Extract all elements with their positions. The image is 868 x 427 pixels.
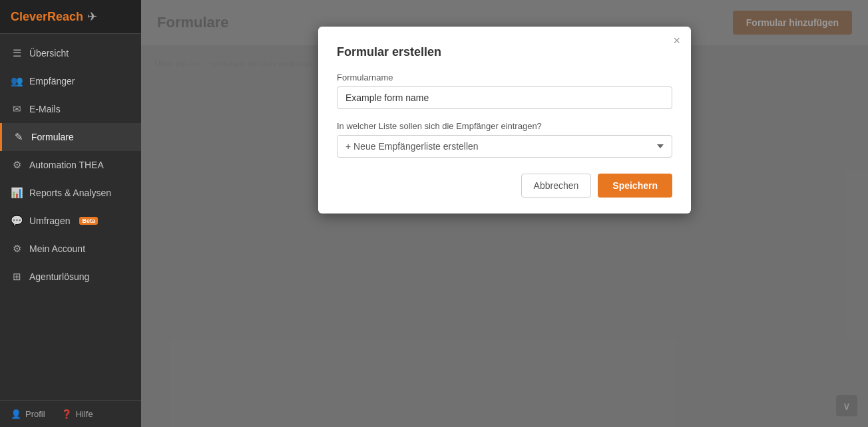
cancel-button[interactable]: Abbrechen (521, 174, 592, 198)
help-label: Hilfe (76, 409, 93, 419)
sidebar-item-label: Reports & Analysen (29, 188, 111, 198)
sidebar-item-label: Mein Account (29, 243, 85, 254)
main-content: Formulare Formular hinzufügen Über ein A… (141, 0, 868, 427)
modal-close-button[interactable]: × (673, 35, 680, 47)
sidebar-nav: ☰ Übersicht 👥 Empfänger ✉ E-Mails ✎ Form… (0, 34, 141, 400)
help-link[interactable]: ❓ Hilfe (61, 409, 93, 419)
email-icon: ✉ (11, 103, 23, 115)
profile-link[interactable]: 👤 Profil (11, 409, 45, 419)
sidebar-item-emails[interactable]: ✉ E-Mails (0, 95, 141, 123)
logo-text: CleverReach (11, 10, 83, 24)
sidebar-item-label: Umfragen (29, 215, 70, 226)
sidebar-item-label: E-Mails (29, 104, 61, 114)
logo-bird-icon: ✈ (87, 9, 97, 24)
sidebar: CleverReach ✈ ☰ Übersicht 👥 Empfänger ✉ … (0, 0, 141, 427)
list-select[interactable]: + Neue Empfängerliste erstellen (337, 135, 672, 158)
sidebar-logo: CleverReach ✈ (0, 0, 141, 34)
logo-clever: Clever (11, 10, 47, 23)
recipients-icon: 👥 (11, 75, 23, 87)
forms-icon: ✎ (13, 131, 25, 143)
sidebar-footer: 👤 Profil ❓ Hilfe (0, 400, 141, 427)
sidebar-item-agentur[interactable]: ⊞ Agenturlösung (0, 263, 141, 291)
modal-title: Formular erstellen (337, 45, 672, 59)
automation-icon: ⚙ (11, 159, 23, 171)
sidebar-item-reports[interactable]: 📊 Reports & Analysen (0, 179, 141, 207)
modal-dialog: Formular erstellen × Formularname In wel… (318, 27, 691, 214)
sidebar-item-umfragen[interactable]: 💬 Umfragen Beta (0, 207, 141, 235)
account-icon: ⚙ (11, 243, 23, 255)
help-icon: ❓ (61, 409, 72, 419)
sidebar-item-label: Formulare (31, 132, 74, 142)
list-select-label: In welcher Liste sollen sich die Empfäng… (337, 121, 672, 131)
form-name-input[interactable] (337, 86, 672, 109)
logo-reach: Reach (47, 10, 83, 23)
sidebar-item-label: Empfänger (29, 76, 75, 86)
sidebar-item-empfaenger[interactable]: 👥 Empfänger (0, 67, 141, 95)
modal-overlay: Formular erstellen × Formularname In wel… (141, 0, 868, 427)
surveys-icon: 💬 (11, 215, 23, 227)
agency-icon: ⊞ (11, 271, 23, 283)
sidebar-item-label: Agenturlösung (29, 271, 89, 282)
reports-icon: 📊 (11, 187, 23, 199)
sidebar-item-uebersicht[interactable]: ☰ Übersicht (0, 39, 141, 67)
sidebar-item-label: Automation THEA (29, 160, 104, 170)
profile-label: Profil (25, 409, 45, 419)
profile-icon: 👤 (11, 409, 21, 419)
overview-icon: ☰ (11, 47, 23, 59)
sidebar-item-formulare[interactable]: ✎ Formulare (0, 123, 141, 151)
sidebar-item-automation[interactable]: ⚙ Automation THEA (0, 151, 141, 179)
modal-footer: Abbrechen Speichern (337, 174, 672, 198)
beta-badge: Beta (79, 217, 98, 225)
save-button[interactable]: Speichern (598, 174, 672, 198)
sidebar-item-label: Übersicht (29, 48, 69, 59)
form-name-label: Formularname (337, 72, 672, 82)
sidebar-item-mein-account[interactable]: ⚙ Mein Account (0, 235, 141, 263)
